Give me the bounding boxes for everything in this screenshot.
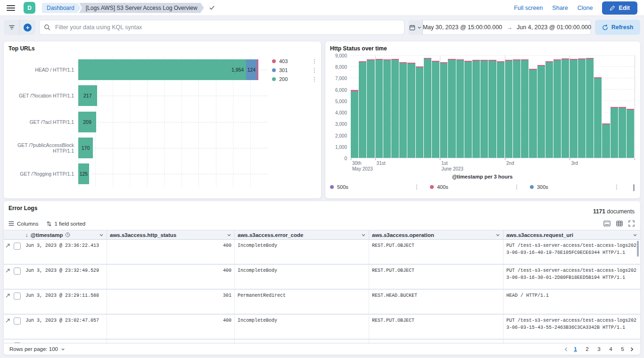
bar-segment-200[interactable]: 170	[78, 138, 93, 158]
legend-item-301[interactable]: 301⋮	[272, 67, 321, 73]
column-menu-chevron[interactable]	[495, 233, 500, 237]
bar-1[interactable]	[359, 61, 366, 158]
breadcrumb-page-title[interactable]: [Logs AWS] S3 Server Access Log Overview	[79, 3, 204, 13]
bar-31[interactable]	[602, 123, 610, 158]
next-page-chevron[interactable]	[629, 347, 635, 352]
fullscreen-icon[interactable]	[628, 220, 635, 227]
legend-item-200[interactable]: 200⋮	[272, 76, 321, 82]
legend-item-400s[interactable]: 400s⋮	[430, 184, 530, 190]
bar-5[interactable]	[391, 59, 399, 158]
column-menu-chevron[interactable]	[633, 233, 637, 237]
filter-icon[interactable]	[4, 20, 19, 35]
bar-8[interactable]	[416, 66, 423, 158]
legend-item-500s[interactable]: 500s⋮	[330, 184, 430, 190]
add-filter-button[interactable]: +	[19, 20, 35, 35]
bar-2[interactable]	[367, 59, 374, 158]
bar-segment-200[interactable]: 217	[78, 85, 97, 106]
bar-16[interactable]	[480, 60, 488, 158]
column-header-aws.s3access.error_code[interactable]: aws.s3access.error_code	[234, 230, 369, 239]
page-2[interactable]: 2	[582, 346, 592, 352]
legend-actions-icon[interactable]: ⋮	[614, 184, 619, 190]
share-link[interactable]: Share	[552, 5, 568, 11]
refresh-button[interactable]: Refresh	[595, 20, 640, 35]
columns-button[interactable]: Columns	[8, 221, 38, 227]
bar-18[interactable]	[497, 61, 504, 158]
check-icon[interactable]	[209, 5, 215, 11]
bar-11[interactable]	[440, 62, 447, 158]
table-scrollbar[interactable]	[637, 241, 639, 257]
column-menu-chevron[interactable]	[361, 233, 366, 237]
bar-25[interactable]	[553, 59, 561, 158]
bar-22[interactable]	[529, 69, 537, 158]
bar-segment-301[interactable]: 124	[246, 59, 257, 80]
legend-actions-icon[interactable]: ⋮	[312, 67, 317, 73]
date-quick-select-button[interactable]	[408, 20, 423, 35]
bar-9[interactable]	[424, 58, 431, 158]
display-density-icon[interactable]	[603, 220, 611, 227]
column-header-@timestamp[interactable]: ↓@timestamp	[23, 230, 107, 239]
expand-document-icon[interactable]	[4, 240, 11, 264]
menu-icon[interactable]	[7, 5, 15, 11]
bar-segment-200[interactable]: 209	[78, 112, 96, 132]
bar-27[interactable]	[570, 59, 577, 158]
bar-30[interactable]	[594, 77, 602, 158]
expand-document-icon[interactable]	[4, 340, 11, 343]
page-1[interactable]: 1	[570, 346, 580, 352]
bar-29[interactable]	[586, 58, 594, 158]
column-menu-chevron[interactable]	[227, 233, 231, 237]
bar-17[interactable]	[488, 60, 496, 158]
clone-link[interactable]: Clone	[578, 5, 593, 11]
legend-scrollbar[interactable]	[633, 184, 635, 191]
row-checkbox[interactable]	[11, 340, 23, 343]
date-to[interactable]: Jun 4, 2023 @ 01:00:00.000	[517, 24, 591, 31]
page-5[interactable]: 5	[618, 346, 627, 352]
rows-per-page-button[interactable]: Rows per page: 100	[9, 346, 65, 352]
kql-search-input[interactable]	[54, 24, 400, 31]
bar-23[interactable]	[537, 65, 545, 158]
bar-32[interactable]	[611, 107, 618, 158]
legend-item-403[interactable]: 403⋮	[272, 58, 321, 64]
row-checkbox[interactable]	[11, 240, 23, 264]
bar-3[interactable]	[375, 59, 383, 158]
bar-0[interactable]	[351, 90, 358, 158]
bar-12[interactable]	[448, 59, 455, 158]
column-header-aws.s3access.http_status[interactable]: aws.s3access.http_status	[107, 230, 234, 239]
row-checkbox[interactable]	[11, 265, 23, 289]
legend-actions-icon[interactable]: ⋮	[414, 184, 420, 190]
column-header-aws.s3access.operation[interactable]: aws.s3access.operation	[369, 230, 503, 239]
column-header-aws.s3access.request_uri[interactable]: aws.s3access.request_uri	[503, 230, 640, 239]
bar-6[interactable]	[399, 62, 407, 158]
bar-20[interactable]	[513, 59, 520, 158]
legend-actions-icon[interactable]: ⋮	[312, 58, 317, 64]
edit-button[interactable]: Edit	[602, 1, 637, 15]
bar-segment-200[interactable]: 125	[78, 163, 89, 184]
stacked-bar[interactable]: 1,954124	[78, 59, 267, 80]
page-3[interactable]: 3	[594, 346, 604, 352]
sort-fields-button[interactable]: 1 field sorted	[47, 221, 85, 227]
bar-segment-403[interactable]	[257, 59, 258, 80]
expand-document-icon[interactable]	[4, 290, 11, 314]
bar-7[interactable]	[407, 63, 415, 158]
date-range-display[interactable]: May 30, 2023 @ 15:00:00.000 → Jun 4, 202…	[423, 20, 591, 35]
bar-26[interactable]	[561, 58, 569, 158]
breadcrumb-dashboard[interactable]: Dashboard	[42, 3, 81, 13]
row-checkbox[interactable]	[11, 315, 23, 339]
bar-21[interactable]	[521, 59, 528, 158]
bar-4[interactable]	[383, 59, 391, 158]
grid-view-icon[interactable]	[616, 220, 623, 227]
date-from[interactable]: May 30, 2023 @ 15:00:00.000	[423, 24, 502, 31]
bar-33[interactable]	[619, 107, 626, 158]
kql-search-bar[interactable]	[39, 20, 405, 35]
bar-15[interactable]	[472, 60, 480, 158]
page-4[interactable]: 4	[606, 346, 616, 352]
space-avatar[interactable]: D	[24, 2, 35, 14]
legend-item-300s[interactable]: 300s⋮	[530, 184, 630, 190]
full-screen-link[interactable]: Full screen	[514, 5, 543, 11]
bar-28[interactable]	[578, 58, 586, 158]
bar-19[interactable]	[505, 60, 512, 158]
bar-segment-200[interactable]: 1,954	[78, 59, 246, 80]
expand-document-icon[interactable]	[4, 265, 11, 289]
bar-10[interactable]	[432, 61, 439, 158]
bar-13[interactable]	[456, 59, 464, 158]
bar-24[interactable]	[545, 61, 553, 158]
